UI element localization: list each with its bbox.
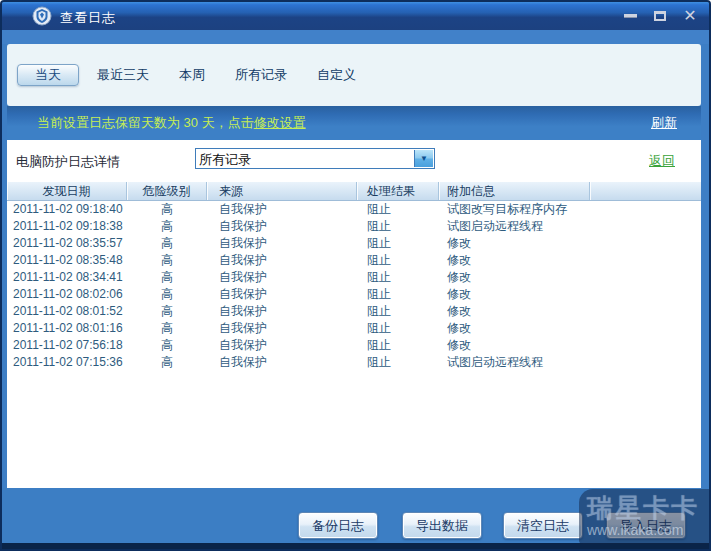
table-cell: 阻止 bbox=[357, 354, 439, 371]
table-cell: 阻止 bbox=[357, 286, 439, 303]
table-row[interactable]: 2011-11-02 08:35:48高自我保护阻止修改 bbox=[7, 252, 701, 269]
table-cell: 修改 bbox=[439, 320, 590, 337]
table-cell bbox=[590, 354, 701, 371]
table-cell: 2011-11-02 07:56:18 bbox=[7, 337, 127, 354]
maximize-button[interactable] bbox=[651, 8, 669, 24]
table-cell: 修改 bbox=[439, 337, 590, 354]
table-cell bbox=[590, 269, 701, 286]
retention-notice-prefix: 当前设置日志保留天数为 30 天，点击 bbox=[37, 115, 254, 130]
table-cell: 高 bbox=[127, 320, 207, 337]
table-cell: 修改 bbox=[439, 269, 590, 286]
table-cell: 试图启动远程线程 bbox=[439, 354, 590, 371]
table-cell: 试图启动远程线程 bbox=[439, 218, 590, 235]
tab-all-records[interactable]: 所有记录 bbox=[235, 66, 287, 84]
table-cell: 自我保护 bbox=[207, 218, 357, 235]
clear-logs-button[interactable]: 清空日志 bbox=[503, 512, 583, 539]
table-cell: 阻止 bbox=[357, 337, 439, 354]
table-cell: 阻止 bbox=[357, 235, 439, 252]
table-row[interactable]: 2011-11-02 08:35:57高自我保护阻止修改 bbox=[7, 235, 701, 252]
table-cell: 阻止 bbox=[357, 218, 439, 235]
table-cell: 自我保护 bbox=[207, 303, 357, 320]
filter-row: 电脑防护日志详情 所有记录 ▼ 返回 bbox=[7, 140, 701, 182]
table-cell bbox=[590, 218, 701, 235]
table-body: 2011-11-02 09:18:40高自我保护阻止试图改写目标程序内存2011… bbox=[7, 201, 701, 371]
app-shield-icon bbox=[32, 6, 52, 26]
title-bar: 查看日志 ✕ bbox=[2, 2, 709, 30]
table-cell: 修改 bbox=[439, 303, 590, 320]
table-cell bbox=[590, 337, 701, 354]
table-cell: 2011-11-02 08:35:57 bbox=[7, 235, 127, 252]
table-row[interactable]: 2011-11-02 07:15:36高自我保护阻止试图启动远程线程 bbox=[7, 354, 701, 371]
import-logs-button[interactable]: 导入日志 bbox=[606, 512, 686, 539]
log-viewer-window: 查看日志 ✕ 当天最近三天本周所有记录自定义 当前设置日志保留天数为 30 天，… bbox=[0, 0, 711, 551]
table-cell: 自我保护 bbox=[207, 235, 357, 252]
table-cell: 修改 bbox=[439, 286, 590, 303]
column-header[interactable]: 处理结果 bbox=[357, 182, 439, 200]
table-row[interactable]: 2011-11-02 07:56:18高自我保护阻止修改 bbox=[7, 337, 701, 354]
tab-last-3-days[interactable]: 最近三天 bbox=[97, 66, 149, 84]
log-table: 发现日期危险级别来源处理结果附加信息 2011-11-02 09:18:40高自… bbox=[7, 182, 701, 488]
column-header[interactable]: 来源 bbox=[207, 182, 357, 200]
modify-settings-link[interactable]: 修改设置 bbox=[254, 115, 306, 130]
table-cell bbox=[590, 235, 701, 252]
table-cell: 阻止 bbox=[357, 320, 439, 337]
table-cell: 2011-11-02 08:01:16 bbox=[7, 320, 127, 337]
column-header[interactable]: 危险级别 bbox=[127, 182, 207, 200]
table-cell: 高 bbox=[127, 201, 207, 218]
table-cell: 2011-11-02 08:34:41 bbox=[7, 269, 127, 286]
table-cell: 2011-11-02 08:35:48 bbox=[7, 252, 127, 269]
retention-notice-text: 当前设置日志保留天数为 30 天，点击修改设置 bbox=[37, 114, 306, 132]
tab-custom[interactable]: 自定义 bbox=[317, 66, 356, 84]
bottom-action-bar: 备份日志导出数据清空日志导入日志 瑞星卡卡 www.ikaka.com bbox=[2, 488, 709, 549]
back-link[interactable]: 返回 bbox=[649, 152, 675, 170]
table-row[interactable]: 2011-11-02 08:02:06高自我保护阻止修改 bbox=[7, 286, 701, 303]
table-cell: 修改 bbox=[439, 235, 590, 252]
table-cell: 自我保护 bbox=[207, 269, 357, 286]
table-cell: 自我保护 bbox=[207, 320, 357, 337]
refresh-link[interactable]: 刷新 bbox=[651, 114, 677, 132]
table-cell: 高 bbox=[127, 337, 207, 354]
table-cell: 高 bbox=[127, 354, 207, 371]
table-cell: 试图改写目标程序内存 bbox=[439, 201, 590, 218]
table-cell: 阻止 bbox=[357, 269, 439, 286]
table-cell: 修改 bbox=[439, 252, 590, 269]
column-header-empty[interactable] bbox=[590, 182, 701, 200]
export-data-button[interactable]: 导出数据 bbox=[402, 512, 482, 539]
dropdown-selected-value: 所有记录 bbox=[199, 151, 251, 169]
record-type-dropdown[interactable]: 所有记录 ▼ bbox=[195, 148, 435, 169]
table-cell bbox=[590, 286, 701, 303]
backup-logs-button[interactable]: 备份日志 bbox=[298, 512, 378, 539]
retention-notice-bar: 当前设置日志保留天数为 30 天，点击修改设置 刷新 bbox=[7, 106, 701, 140]
window-controls: ✕ bbox=[621, 2, 699, 30]
table-cell: 2011-11-02 07:15:36 bbox=[7, 354, 127, 371]
table-row[interactable]: 2011-11-02 09:18:38高自我保护阻止试图启动远程线程 bbox=[7, 218, 701, 235]
table-row[interactable]: 2011-11-02 08:01:16高自我保护阻止修改 bbox=[7, 320, 701, 337]
window-title: 查看日志 bbox=[60, 9, 116, 27]
table-cell: 自我保护 bbox=[207, 252, 357, 269]
table-cell: 自我保护 bbox=[207, 354, 357, 371]
minimize-button[interactable] bbox=[621, 8, 639, 24]
table-cell: 高 bbox=[127, 252, 207, 269]
column-header[interactable]: 附加信息 bbox=[439, 182, 590, 200]
table-row[interactable]: 2011-11-02 08:34:41高自我保护阻止修改 bbox=[7, 269, 701, 286]
column-header[interactable]: 发现日期 bbox=[7, 182, 127, 200]
close-button[interactable]: ✕ bbox=[681, 8, 699, 24]
table-cell: 高 bbox=[127, 303, 207, 320]
table-cell: 自我保护 bbox=[207, 337, 357, 354]
chevron-down-icon[interactable]: ▼ bbox=[414, 150, 433, 167]
table-row[interactable]: 2011-11-02 08:01:52高自我保护阻止修改 bbox=[7, 303, 701, 320]
table-cell: 自我保护 bbox=[207, 286, 357, 303]
table-header-row: 发现日期危险级别来源处理结果附加信息 bbox=[7, 182, 701, 201]
table-cell: 高 bbox=[127, 235, 207, 252]
table-cell: 自我保护 bbox=[207, 201, 357, 218]
table-cell: 2011-11-02 08:01:52 bbox=[7, 303, 127, 320]
window-bottom-edge bbox=[2, 543, 709, 549]
table-cell bbox=[590, 303, 701, 320]
tab-today[interactable]: 当天 bbox=[17, 64, 79, 86]
table-cell: 阻止 bbox=[357, 303, 439, 320]
maximize-icon bbox=[654, 11, 666, 21]
table-row[interactable]: 2011-11-02 09:18:40高自我保护阻止试图改写目标程序内存 bbox=[7, 201, 701, 218]
close-icon: ✕ bbox=[683, 8, 696, 24]
table-cell: 阻止 bbox=[357, 201, 439, 218]
tab-this-week[interactable]: 本周 bbox=[179, 66, 205, 84]
